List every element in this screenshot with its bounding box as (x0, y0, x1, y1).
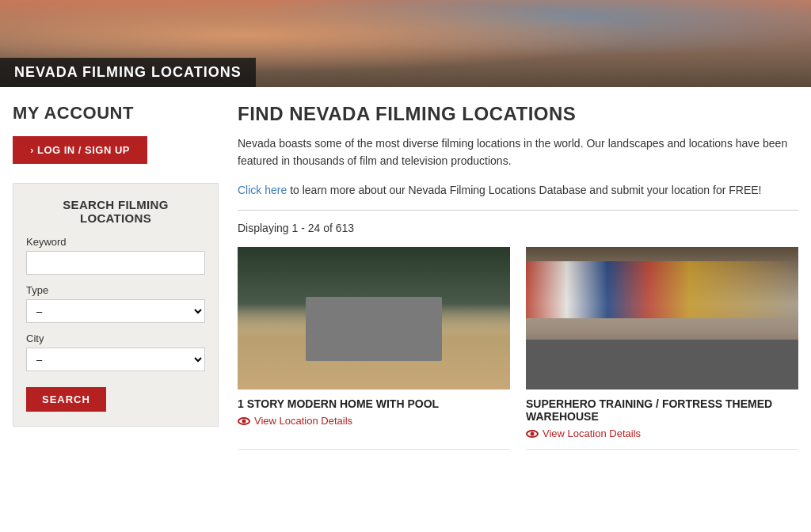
divider (238, 210, 798, 211)
city-select[interactable]: – Las Vegas Reno Henderson Carson City (26, 348, 205, 371)
type-select[interactable]: – Commercial Residential Industrial Outd… (26, 299, 205, 323)
location-card: 1 STORY MODERN HOME WITH POOL View Locat… (238, 247, 510, 450)
displaying-text: Displaying 1 - 24 of 613 (238, 222, 798, 234)
main-container: MY ACCOUNT LOG IN / SIGN UP SEARCH FILMI… (0, 87, 811, 466)
search-box-title: SEARCH FILMING LOCATIONS (26, 198, 205, 225)
location-card: SUPERHERO TRAINING / FORTRESS THEMED WAR… (526, 247, 798, 450)
my-account-title: MY ACCOUNT (13, 103, 219, 124)
search-filming-locations-box: SEARCH FILMING LOCATIONS Keyword Type – … (13, 183, 219, 427)
city-group: City – Las Vegas Reno Henderson Carson C… (26, 332, 205, 371)
city-label: City (26, 332, 205, 344)
location-name: SUPERHERO TRAINING / FORTRESS THEMED WAR… (526, 397, 798, 423)
search-button[interactable]: SEARCH (26, 387, 106, 412)
location-image-warehouse (526, 247, 798, 390)
view-details-label-1: View Location Details (254, 415, 352, 427)
view-details-label-2: View Location Details (543, 428, 641, 439)
type-group: Type – Commercial Residential Industrial… (26, 284, 205, 323)
view-location-details-link-1[interactable]: View Location Details (238, 415, 510, 427)
type-label: Type (26, 284, 205, 296)
eye-icon (526, 430, 539, 438)
header-title-bar: NEVADA FILMING LOCATIONS (0, 58, 256, 87)
keyword-group: Keyword (26, 236, 205, 275)
view-location-details-link-2[interactable]: View Location Details (526, 428, 798, 439)
db-info-text: Click here to learn more about our Nevad… (238, 181, 798, 199)
locations-grid: 1 STORY MODERN HOME WITH POOL View Locat… (238, 247, 798, 450)
click-here-link[interactable]: Click here (238, 184, 287, 196)
keyword-input[interactable] (26, 251, 205, 275)
sidebar: MY ACCOUNT LOG IN / SIGN UP SEARCH FILMI… (13, 103, 219, 450)
header-title: NEVADA FILMING LOCATIONS (14, 64, 242, 80)
location-image-house (238, 247, 510, 390)
intro-text: Nevada boasts some of the most diverse f… (238, 135, 798, 170)
header-banner: NEVADA FILMING LOCATIONS (0, 0, 811, 87)
db-info-suffix: to learn more about our Nevada Filming L… (287, 184, 761, 196)
eye-icon (238, 417, 250, 425)
page-title: FIND NEVADA FILMING LOCATIONS (238, 103, 798, 125)
login-signup-button[interactable]: LOG IN / SIGN UP (13, 136, 147, 164)
location-name: 1 STORY MODERN HOME WITH POOL (238, 397, 510, 410)
main-content: FIND NEVADA FILMING LOCATIONS Nevada boa… (238, 103, 798, 450)
keyword-label: Keyword (26, 236, 205, 248)
